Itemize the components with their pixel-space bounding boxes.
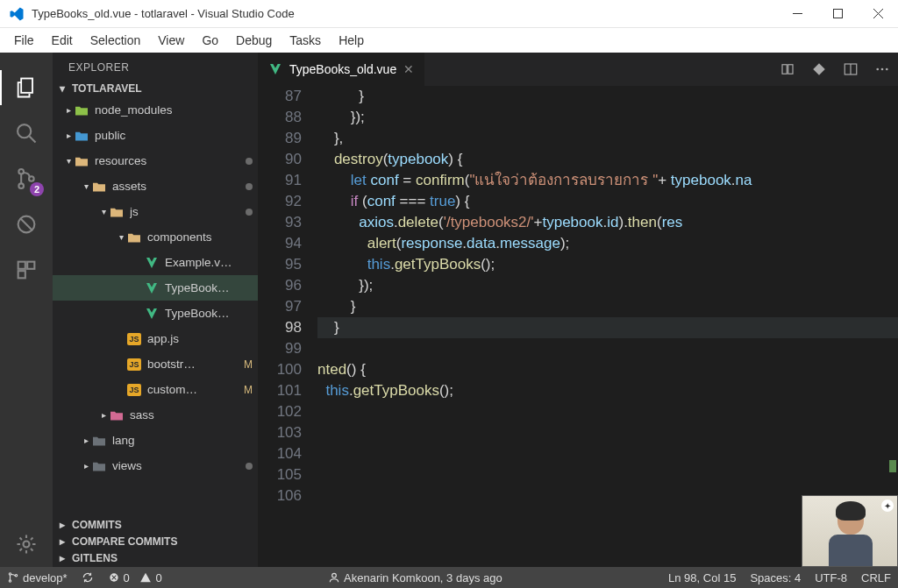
folder-open-icon [74,153,89,169]
svg-rect-0 [833,10,842,18]
tree-row[interactable]: JSapp.js [53,326,258,351]
tree-row[interactable]: ▾assets [53,174,258,199]
tree-row[interactable]: ▾js [53,199,258,224]
search-icon [14,121,39,145]
warning-icon [139,571,152,584]
ribbon-badge: ✦ [881,499,894,512]
presenter-figure [827,505,874,564]
svg-point-4 [18,183,24,188]
menu-edit[interactable]: Edit [43,31,82,50]
activity-bar: 2 [0,53,53,567]
editor-action-more[interactable] [866,53,898,86]
tree-label: public [95,129,253,142]
menu-debug[interactable]: Debug [227,31,281,50]
tree-label: lang [112,434,253,447]
tree-row[interactable]: JSbootstr…M [53,351,258,377]
tree-row[interactable]: TypeBook… [53,301,258,326]
activity-scm[interactable]: 2 [0,156,53,202]
svg-rect-8 [27,262,34,269]
folder-open-icon [109,204,125,220]
folder-open-icon [126,230,142,245]
tree-row[interactable]: TypeBook… [53,275,258,301]
menu-file[interactable]: File [5,31,43,50]
section-gitlens[interactable]: ▸GITLENS [53,550,258,567]
files-icon [14,75,39,100]
dirty-dot-icon [246,209,253,216]
tree-row[interactable]: ▾components [53,224,258,250]
editor-area: TypeBooks_old.vue ✕ 87888990919293949596… [258,53,898,567]
dirty-dot-icon [246,183,253,190]
window-titlebar: TypeBooks_old.vue - totlaravel - Visual … [0,0,898,28]
status-branch[interactable]: develop* [0,571,75,584]
tree-row[interactable]: ▸public [53,123,258,148]
tree-arrow-icon: ▸ [98,410,109,420]
minimap-marker [889,460,896,472]
explorer-root-section[interactable]: ▾ TOTLARAVEL [53,81,258,97]
vue-icon [144,306,160,322]
tree-arrow-icon: ▾ [81,181,91,191]
vscode-icon [9,6,25,22]
svg-rect-7 [18,262,25,269]
extensions-icon [14,258,39,282]
status-position[interactable]: Ln 98, Col 15 [661,571,743,584]
status-encoding[interactable]: UTF-8 [808,571,854,584]
activity-extensions[interactable] [0,247,53,293]
tree-row[interactable]: ▸sass [53,402,258,428]
status-spaces[interactable]: Spaces: 4 [743,571,808,584]
tree-row[interactable]: ▸lang [53,428,258,453]
section-commits[interactable]: ▸COMMITS [53,517,258,534]
status-sync[interactable] [75,571,101,584]
vue-file-icon [268,62,282,76]
activity-debug[interactable] [0,202,53,247]
vue-icon [144,280,160,296]
menu-help[interactable]: Help [330,31,373,50]
open-preview-icon [811,61,827,77]
svg-point-18 [9,580,11,582]
chevron-right-icon: ▸ [56,535,68,548]
debug-icon [14,212,39,237]
status-problems[interactable]: 0 0 [101,571,169,584]
compare-icon [780,61,795,77]
menu-go[interactable]: Go [193,31,227,50]
window-close[interactable] [858,0,898,28]
pink-folder-icon [109,407,125,423]
tab-typebooks-old[interactable]: TypeBooks_old.vue ✕ [258,53,425,86]
editor-action-compare[interactable] [772,53,803,86]
tree-arrow-icon: ▾ [98,207,109,216]
scm-badge: 2 [30,182,44,196]
more-icon [874,61,890,77]
activity-search[interactable] [0,110,53,156]
status-eol[interactable]: CRLF [854,571,898,584]
tree-arrow-icon: ▸ [81,436,91,445]
chevron-right-icon: ▸ [56,552,68,564]
svg-point-5 [29,176,34,181]
menu-selection[interactable]: Selection [82,31,150,50]
tree-label: assets [112,180,240,193]
editor-action-split[interactable] [835,53,866,86]
activity-settings[interactable] [0,521,53,567]
section-compare-commits[interactable]: ▸COMPARE COMMITS [53,534,258,550]
tree-label: bootstr… [147,358,240,371]
svg-point-2 [18,124,31,138]
tree-row[interactable]: ▾resources [53,148,258,174]
dirty-dot-icon [246,158,253,165]
status-blame[interactable]: Akenarin Komkoon, 3 days ago [321,571,510,584]
tree-arrow-icon: ▾ [63,156,74,166]
tree-label: components [147,230,253,244]
folder-closed-icon [91,458,107,474]
status-bar: develop* 0 0 Akenarin Komkoon, 3 days ag… [0,567,898,588]
tree-arrow-icon: ▸ [81,461,91,471]
tree-row[interactable]: JScustom…M [53,377,258,402]
menu-tasks[interactable]: Tasks [281,31,330,50]
dirty-dot-icon [246,463,253,470]
tree-row[interactable]: ▸node_modules [53,97,258,123]
menu-view[interactable]: View [149,31,193,50]
window-minimize[interactable] [777,0,817,28]
explorer-sidebar: EXPLORER ▾ TOTLARAVEL ▸node_modules▸publ… [53,53,258,567]
tab-close-icon[interactable]: ✕ [403,62,414,76]
tree-row[interactable]: ▸views [53,453,258,478]
tree-row[interactable]: Example.v… [53,250,258,275]
activity-explorer[interactable] [0,65,53,110]
window-maximize[interactable] [817,0,858,28]
editor-action-preview[interactable] [803,53,835,86]
